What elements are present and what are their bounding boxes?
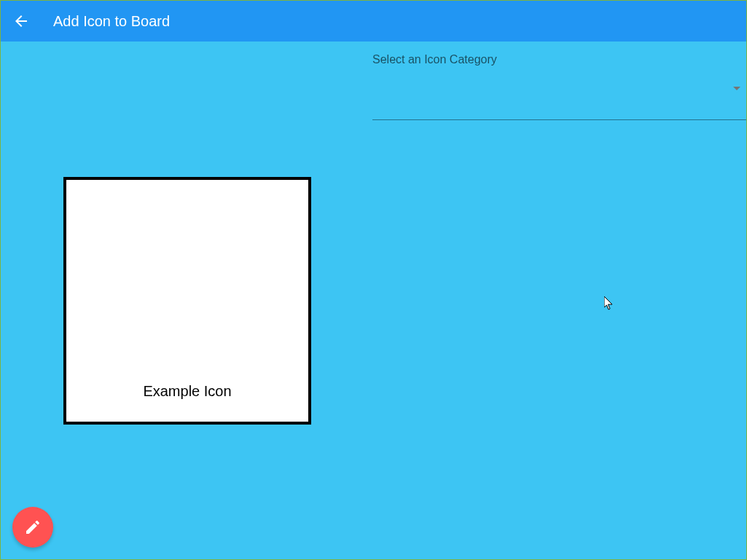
icon-preview-label: Example Icon <box>143 383 231 400</box>
edit-fab-button[interactable] <box>12 507 53 548</box>
icon-preview-card: Example Icon <box>63 177 311 425</box>
chevron-down-icon <box>733 87 740 90</box>
category-select[interactable] <box>372 100 746 120</box>
left-panel: Example Icon <box>1 42 372 559</box>
back-button[interactable] <box>12 12 30 30</box>
content-area: Example Icon Select an Icon Category <box>1 42 746 559</box>
pencil-icon <box>24 518 42 536</box>
page-title: Add Icon to Board <box>53 13 170 30</box>
right-panel: Select an Icon Category <box>372 42 746 559</box>
arrow-back-icon <box>12 12 30 30</box>
app-bar: Add Icon to Board <box>1 1 746 42</box>
category-select-label: Select an Icon Category <box>372 53 746 66</box>
